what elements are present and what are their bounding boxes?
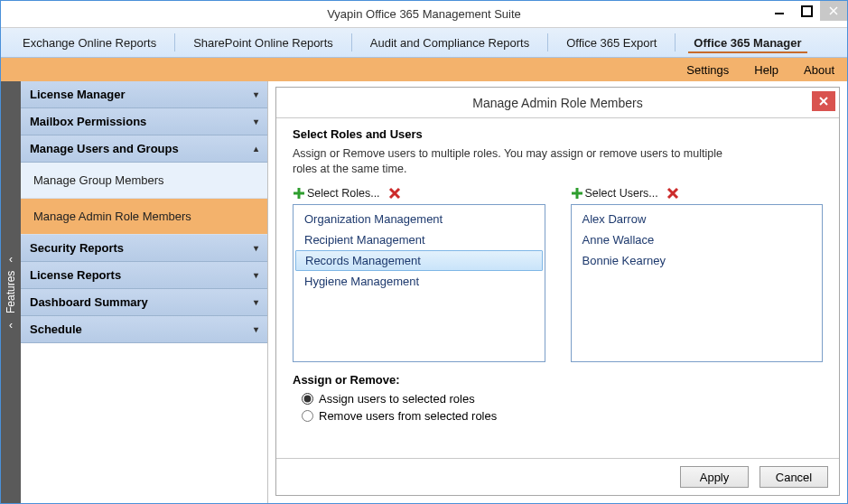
sidebar-category[interactable]: License Reports▾: [21, 262, 267, 289]
roles-tools: Select Roles...: [293, 186, 545, 201]
panel-header: Manage Admin Role Members: [276, 88, 839, 118]
sidebar-category-label: License Reports: [30, 268, 121, 282]
ribbon-separator: [351, 33, 352, 51]
minimize-button[interactable]: [766, 1, 793, 21]
list-item[interactable]: Records Management: [295, 250, 543, 271]
sidebar-category-label: Security Reports: [30, 241, 124, 255]
features-rail[interactable]: ‹ Features ‹: [1, 81, 21, 503]
select-users-label: Select Users...: [585, 187, 658, 200]
sidebar-category-label: Manage Users and Groups: [30, 142, 179, 155]
ribbon-separator: [547, 33, 548, 51]
list-item[interactable]: Alex Darrow: [572, 209, 823, 229]
users-column: Select Users... Alex DarrowAnne WallaceB…: [571, 186, 824, 362]
roles-users-columns: Select Roles... Organization ManagementR…: [293, 186, 823, 362]
sidebar-category[interactable]: Manage Users and Groups▴: [21, 135, 267, 163]
sidebar-category-label: Mailbox Permissions: [30, 115, 146, 128]
list-item[interactable]: Organization Management: [294, 209, 545, 229]
ribbon-tab[interactable]: Office 365 Manager: [679, 28, 815, 57]
ribbon-tab[interactable]: Exchange Online Reports: [8, 28, 171, 57]
close-icon: [829, 6, 838, 15]
section-title: Select Roles and Users: [293, 127, 823, 141]
sidebar-subitem[interactable]: Manage Admin Role Members: [21, 199, 267, 235]
remove-radio[interactable]: [302, 410, 313, 422]
apply-button[interactable]: Apply: [680, 466, 749, 488]
cancel-button[interactable]: Cancel: [759, 466, 828, 488]
assign-radio-row[interactable]: Assign users to selected roles: [293, 390, 823, 407]
content-area: Manage Admin Role Members Select Roles a…: [268, 81, 847, 503]
assign-remove-title: Assign or Remove:: [293, 373, 823, 387]
list-item[interactable]: Bonnie Kearney: [572, 250, 823, 271]
select-roles-label: Select Roles...: [307, 187, 380, 200]
list-item[interactable]: Hygiene Management: [294, 271, 545, 292]
sidebar: License Manager▾Mailbox Permissions▾Mana…: [21, 81, 268, 503]
remove-radio-row[interactable]: Remove users from selected roles: [293, 407, 823, 425]
plus-icon: [293, 187, 305, 200]
manage-admin-role-panel: Manage Admin Role Members Select Roles a…: [275, 87, 840, 496]
sidebar-category-label: License Manager: [30, 88, 126, 101]
delete-x-icon: [388, 187, 401, 200]
assign-remove-block: Assign or Remove: Assign users to select…: [293, 373, 823, 425]
settings-link[interactable]: Settings: [686, 63, 729, 77]
chevron-down-icon: ▾: [254, 324, 258, 334]
svg-rect-9: [572, 191, 582, 194]
sidebar-category[interactable]: Mailbox Permissions▾: [21, 108, 267, 135]
assign-radio-label: Assign users to selected roles: [319, 392, 475, 406]
features-rail-label: Features: [5, 271, 17, 313]
sidebar-category[interactable]: Security Reports▾: [21, 235, 267, 262]
assign-radio[interactable]: [302, 393, 313, 405]
ribbon-separator: [174, 33, 175, 51]
ribbon-tab[interactable]: Office 365 Export: [552, 28, 671, 57]
chevron-down-icon: ▾: [254, 117, 258, 126]
roles-column: Select Roles... Organization ManagementR…: [293, 186, 545, 362]
sidebar-category-label: Dashboard Summary: [30, 295, 148, 309]
select-roles-button[interactable]: Select Roles...: [293, 187, 380, 200]
ribbon-tab[interactable]: Audit and Compliance Reports: [356, 28, 544, 57]
window-controls: [766, 1, 847, 21]
panel-body: Select Roles and Users Assign or Remove …: [276, 118, 839, 458]
window-title: Vyapin Office 365 Management Suite: [327, 7, 521, 21]
ribbon-tab[interactable]: SharePoint Online Reports: [179, 28, 348, 57]
sidebar-category[interactable]: Dashboard Summary▾: [21, 289, 267, 316]
remove-user-button[interactable]: [666, 186, 680, 201]
chevron-down-icon: ▾: [254, 270, 258, 280]
chevron-down-icon: ▾: [254, 243, 258, 253]
app-window: Vyapin Office 365 Management Suite Excha…: [0, 0, 848, 504]
select-users-button[interactable]: Select Users...: [571, 187, 658, 200]
chevron-down-icon: ▾: [254, 297, 258, 307]
list-item[interactable]: Recipient Management: [294, 229, 545, 250]
chevron-left-icon: ‹: [9, 253, 13, 266]
ribbon-separator: [675, 33, 676, 51]
svg-rect-5: [294, 191, 304, 194]
list-item[interactable]: Anne Wallace: [572, 229, 823, 250]
remove-role-button[interactable]: [387, 186, 402, 201]
window-close-button[interactable]: [820, 1, 847, 21]
app-body: ‹ Features ‹ License Manager▾Mailbox Per…: [1, 81, 847, 503]
panel-footer: Apply Cancel: [276, 458, 839, 495]
ribbon-tabs: Exchange Online ReportsSharePoint Online…: [1, 28, 847, 58]
roles-listbox[interactable]: Organization ManagementRecipient Managem…: [293, 204, 545, 362]
chevron-up-icon: ▴: [254, 144, 258, 154]
help-link[interactable]: Help: [754, 63, 778, 77]
sidebar-category-label: Schedule: [30, 322, 82, 336]
subbar: Settings Help About: [1, 58, 847, 81]
sidebar-subitem[interactable]: Manage Group Members: [21, 163, 267, 199]
plus-icon: [571, 187, 583, 200]
about-link[interactable]: About: [804, 63, 834, 77]
close-icon: [819, 97, 828, 106]
users-tools: Select Users...: [571, 186, 824, 201]
sidebar-category[interactable]: License Manager▾: [21, 81, 267, 108]
titlebar: Vyapin Office 365 Management Suite: [1, 1, 847, 28]
section-description: Assign or Remove users to multiple roles…: [293, 146, 726, 177]
delete-x-icon: [666, 187, 679, 200]
sidebar-category[interactable]: Schedule▾: [21, 316, 267, 343]
panel-close-button[interactable]: [812, 91, 835, 111]
sidebar-fill: [21, 343, 267, 503]
chevron-down-icon: ▾: [254, 89, 258, 99]
remove-radio-label: Remove users from selected roles: [319, 409, 497, 423]
users-listbox[interactable]: Alex DarrowAnne WallaceBonnie Kearney: [571, 204, 824, 362]
maximize-button[interactable]: [793, 1, 820, 21]
chevron-left-icon: ‹: [9, 319, 13, 331]
panel-title: Manage Admin Role Members: [472, 96, 642, 110]
